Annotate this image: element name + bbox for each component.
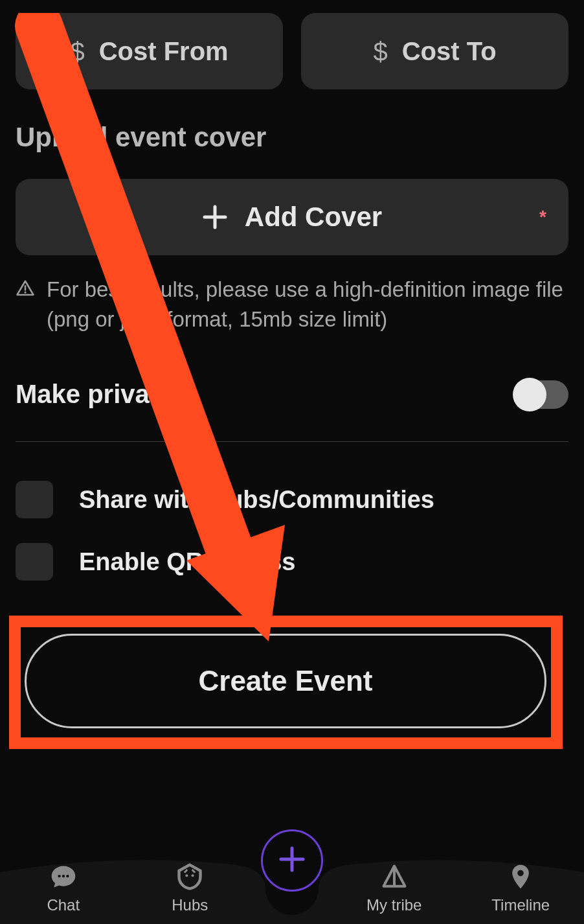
enable-qr-checkbox[interactable] — [16, 543, 53, 581]
nav-hubs-label: Hubs — [172, 896, 208, 914]
svg-point-8 — [517, 870, 524, 877]
dollar-icon: $ — [70, 37, 84, 66]
make-private-label: Make private — [16, 380, 172, 409]
svg-point-1 — [25, 292, 27, 294]
hint-row: For best results, please use a high-defi… — [16, 275, 568, 334]
nav-timeline-label: Timeline — [491, 896, 550, 914]
nav-mytribe-label: My tribe — [366, 896, 421, 914]
hubs-icon — [175, 862, 204, 894]
cost-row: $ Cost From $ Cost To — [16, 13, 568, 89]
form-content: $ Cost From $ Cost To Upload event cover… — [0, 0, 584, 581]
svg-point-3 — [58, 875, 60, 877]
required-asterisk: * — [539, 207, 546, 227]
make-private-row: Make private — [16, 380, 568, 442]
fab-add-button[interactable] — [261, 829, 323, 892]
pin-icon — [506, 862, 535, 894]
svg-point-5 — [66, 875, 69, 877]
dollar-icon: $ — [373, 37, 387, 66]
create-event-wrap: Create Event — [25, 634, 546, 728]
enable-qr-row: Enable QR Access — [16, 543, 568, 581]
svg-point-7 — [192, 874, 194, 877]
share-hubs-checkbox[interactable] — [16, 481, 53, 518]
plus-icon — [276, 843, 308, 878]
enable-qr-label: Enable QR Access — [79, 548, 295, 576]
svg-point-4 — [62, 875, 65, 877]
add-cover-label: Add Cover — [245, 202, 382, 233]
bottom-nav: Chat Hubs My tribe Timeline — [0, 814, 584, 924]
nav-timeline[interactable]: Timeline — [458, 862, 585, 914]
make-private-toggle[interactable] — [514, 380, 568, 409]
cost-to-field[interactable]: $ Cost To — [301, 13, 568, 89]
share-hubs-label: Share with Hubs/Communities — [79, 486, 434, 514]
upload-section-title: Upload event cover — [16, 122, 568, 153]
create-event-label: Create Event — [198, 665, 372, 697]
warning-icon — [16, 279, 35, 301]
add-cover-button[interactable]: Add Cover * — [16, 179, 568, 255]
cost-from-placeholder: Cost From — [99, 37, 229, 66]
toggle-knob — [513, 378, 546, 411]
chat-icon — [49, 862, 78, 894]
create-event-button[interactable]: Create Event — [25, 634, 546, 728]
cost-to-placeholder: Cost To — [402, 37, 497, 66]
cost-from-field[interactable]: $ Cost From — [16, 13, 283, 89]
nav-chat-label: Chat — [47, 896, 80, 914]
nav-hubs[interactable]: Hubs — [127, 862, 254, 914]
nav-chat[interactable]: Chat — [0, 862, 127, 914]
share-hubs-row: Share with Hubs/Communities — [16, 481, 568, 518]
plus-icon — [202, 204, 228, 230]
svg-point-6 — [186, 874, 188, 877]
hint-text: For best results, please use a high-defi… — [47, 275, 568, 334]
nav-mytribe[interactable]: My tribe — [331, 862, 458, 914]
tent-icon — [380, 862, 409, 894]
